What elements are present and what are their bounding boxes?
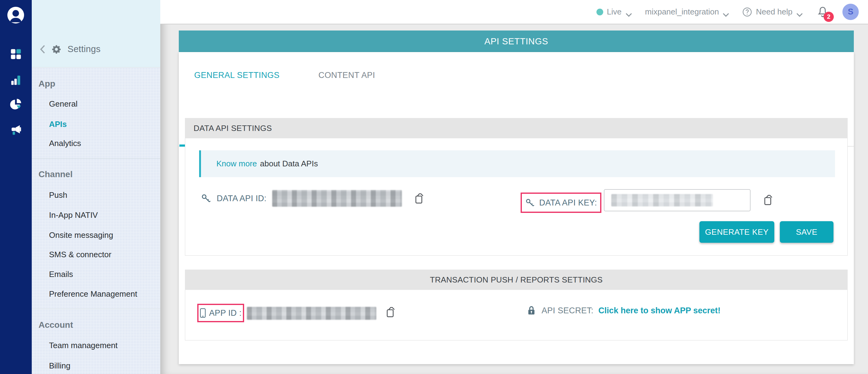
data-api-key-input[interactable] — [604, 189, 750, 211]
data-api-section-title: DATA API SETTINGS — [193, 124, 272, 133]
app-id-annotation-box: APP ID : — [197, 304, 244, 322]
sidebar-item-sms-connector[interactable]: SMS & connector — [49, 249, 111, 260]
sidebar-item-team-management[interactable]: Team management — [49, 340, 118, 350]
sidebar-item-general[interactable]: General — [49, 99, 78, 109]
sidebar-divider — [32, 158, 160, 159]
environment-selector[interactable]: Live — [596, 7, 632, 16]
sidebar-divider — [32, 309, 160, 309]
live-label: Live — [607, 7, 622, 16]
transaction-settings-section: TRANSACTION PUSH / REPORTS SETTINGS APP … — [185, 270, 848, 340]
chevron-down-icon — [722, 10, 729, 14]
pie-chart-icon[interactable] — [8, 98, 24, 111]
netcore-logo-icon[interactable] — [6, 5, 25, 25]
data-api-id-row: DATA API ID: — [201, 190, 425, 207]
know-more-link[interactable]: Know more — [216, 159, 257, 169]
api-secret-label: API SECRET: — [541, 306, 593, 315]
sidebar-item-onsite-messaging[interactable]: Onsite messaging — [49, 230, 113, 240]
help-label: Need help — [756, 7, 793, 16]
main-content: Live mixpanel_integration Need help — [160, 0, 868, 374]
sidebar-item-push[interactable]: Push — [49, 190, 67, 200]
key-icon — [525, 198, 535, 208]
transaction-section-title: TRANSACTION PUSH / REPORTS SETTINGS — [430, 275, 602, 285]
data-api-key-label: DATA API KEY: — [539, 198, 597, 208]
api-secret-row: API SECRET: Click here to show APP secre… — [526, 305, 721, 316]
app-id-value-redacted — [247, 307, 376, 320]
sidebar-item-apis[interactable]: APIs — [49, 119, 67, 129]
project-selector[interactable]: mixpanel_integration — [645, 7, 730, 16]
api-settings-card: GENERAL SETTINGS CONTENT API DATA API SE… — [179, 52, 854, 364]
sidebar-item-inapp-nativ[interactable]: In-App NATIV — [49, 210, 98, 220]
app-id-label: APP ID : — [209, 308, 241, 318]
help-circle-icon — [742, 7, 752, 17]
mobile-phone-icon — [200, 308, 206, 318]
sidebar-header: Settings — [32, 0, 160, 67]
data-api-id-label: DATA API ID: — [217, 194, 267, 203]
help-menu[interactable]: Need help — [742, 7, 803, 17]
settings-sidebar: Settings App General APIs Analytics Chan… — [32, 0, 160, 374]
gear-icon — [52, 44, 61, 54]
notification-count-badge: 2 — [824, 12, 834, 22]
sidebar-item-analytics[interactable]: Analytics — [49, 138, 81, 148]
chevron-down-icon — [796, 10, 803, 14]
notifications-bell[interactable]: 2 — [816, 5, 830, 20]
sidebar-section-account: Account — [38, 320, 73, 330]
project-name: mixpanel_integration — [645, 7, 719, 16]
user-avatar[interactable]: S — [842, 4, 859, 20]
transaction-section-body: APP ID : — [185, 290, 848, 340]
tab-general-settings[interactable]: GENERAL SETTINGS — [194, 71, 280, 80]
lock-icon — [526, 305, 537, 316]
tab-content-api[interactable]: CONTENT API — [318, 71, 375, 80]
show-app-secret-link[interactable]: Click here to show APP secret! — [598, 306, 720, 315]
dashboard-grid-icon[interactable] — [8, 47, 24, 61]
live-status-dot — [596, 9, 603, 15]
save-button[interactable]: SAVE — [780, 221, 834, 243]
bar-chart-icon[interactable] — [8, 73, 24, 87]
data-api-key-annotation-box: DATA API KEY: — [521, 193, 601, 213]
top-bar: Live mixpanel_integration Need help — [160, 0, 868, 24]
generate-key-button[interactable]: GENERATE KEY — [700, 221, 774, 243]
data-api-key-value-redacted — [611, 194, 713, 206]
page-title-bar: API SETTINGS — [179, 31, 854, 52]
copy-data-api-key-icon[interactable] — [761, 194, 774, 207]
sidebar-item-billing[interactable]: Billing — [49, 361, 70, 371]
key-icon — [201, 193, 211, 204]
sidebar-item-preference-mgmt[interactable]: Preference Management — [49, 289, 137, 299]
know-more-text: about Data APIs — [260, 159, 318, 169]
copy-app-id-icon[interactable] — [384, 306, 396, 319]
sidebar-item-emails[interactable]: Emails — [49, 269, 73, 279]
know-more-banner: Know more about Data APIs — [199, 150, 835, 177]
app-rail — [0, 0, 32, 374]
back-chevron-icon[interactable] — [40, 45, 45, 54]
copy-data-api-id-icon[interactable] — [412, 192, 425, 205]
sidebar-section-channel: Channel — [38, 169, 72, 179]
data-api-section-header: DATA API SETTINGS — [185, 118, 848, 138]
sidebar-section-app: App — [38, 79, 55, 89]
megaphone-icon[interactable] — [8, 123, 24, 137]
data-api-section-body: Know more about Data APIs DATA API ID: — [185, 138, 848, 256]
page-title: API SETTINGS — [484, 36, 548, 46]
chevron-down-icon — [625, 10, 632, 14]
data-api-settings-section: DATA API SETTINGS Know more about Data A… — [185, 118, 848, 256]
transaction-section-header: TRANSACTION PUSH / REPORTS SETTINGS — [185, 270, 848, 290]
data-api-id-value-redacted — [272, 190, 402, 207]
sidebar-title: Settings — [67, 44, 100, 54]
